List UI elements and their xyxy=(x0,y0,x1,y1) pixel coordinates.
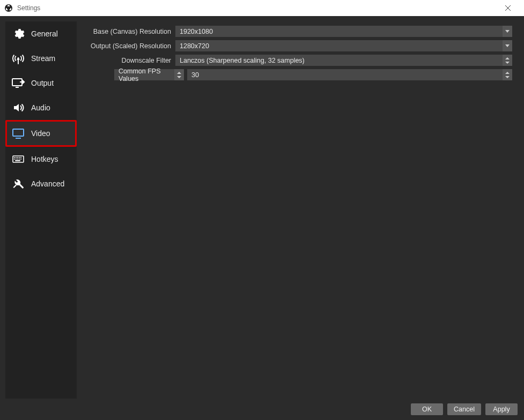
antenna-icon: A xyxy=(11,51,26,66)
base-resolution-value: 1920x1080 xyxy=(175,28,503,35)
window-close-button[interactable] xyxy=(496,0,520,16)
speaker-icon xyxy=(11,100,26,115)
apply-button[interactable]: Apply xyxy=(485,403,518,415)
sidebar-item-output[interactable]: Output xyxy=(5,71,77,95)
chevron-down-icon xyxy=(503,40,512,51)
downscale-filter-label: Downscale Filter xyxy=(81,57,172,64)
fps-mode-value: Common FPS Values xyxy=(119,68,170,82)
fps-mode-updown[interactable] xyxy=(174,69,184,80)
window-title: Settings xyxy=(17,4,496,12)
sidebar-item-label: Hotkeys xyxy=(31,155,58,163)
base-resolution-label: Base (Canvas) Resolution xyxy=(81,28,172,35)
sidebar-item-label: Output xyxy=(31,79,54,87)
fps-value-combo[interactable]: 30 xyxy=(187,69,512,80)
svg-point-4 xyxy=(7,6,10,10)
settings-window: Settings General A Stream xyxy=(0,0,524,420)
output-resolution-combo[interactable]: 1280x720 xyxy=(175,40,512,51)
monitor-icon xyxy=(11,126,26,141)
sidebar-item-label: Stream xyxy=(31,54,55,63)
fps-value: 30 xyxy=(187,71,503,79)
ok-button[interactable]: OK xyxy=(411,403,443,415)
sidebar-item-label: General xyxy=(31,29,58,38)
settings-sidebar: General A Stream Output Audio xyxy=(5,21,77,399)
sidebar-item-video[interactable]: Video xyxy=(5,120,77,147)
output-resolution-label: Output (Scaled) Resolution xyxy=(81,42,172,50)
base-resolution-combo[interactable]: 1920x1080 xyxy=(175,26,512,37)
gear-icon xyxy=(11,26,26,41)
chevron-down-icon xyxy=(503,26,512,37)
cancel-button[interactable]: Cancel xyxy=(447,403,481,415)
downscale-filter-combo[interactable]: Lanczos (Sharpened scaling, 32 samples) xyxy=(175,55,512,66)
sidebar-item-label: Audio xyxy=(31,103,50,112)
app-icon xyxy=(4,4,13,12)
sidebar-item-hotkeys[interactable]: Hotkeys xyxy=(5,147,77,171)
tools-icon xyxy=(11,176,26,191)
sidebar-item-label: Video xyxy=(31,129,50,138)
downscale-filter-row: Downscale Filter Lanczos (Sharpened scal… xyxy=(81,55,512,66)
titlebar: Settings xyxy=(0,0,524,16)
dialog-body: General A Stream Output Audio xyxy=(0,16,524,399)
sidebar-item-advanced[interactable]: Advanced xyxy=(5,171,77,196)
sidebar-item-label: Advanced xyxy=(31,179,64,188)
sidebar-item-general[interactable]: General xyxy=(5,21,77,46)
svg-rect-12 xyxy=(13,129,24,136)
video-settings-panel: Base (Canvas) Resolution 1920x1080 Outpu… xyxy=(81,21,519,399)
keyboard-icon xyxy=(11,152,26,167)
fps-row: Common FPS Values 30 xyxy=(81,69,512,80)
sidebar-item-audio[interactable]: Audio xyxy=(5,95,77,120)
downscale-filter-value: Lanczos (Sharpened scaling, 32 samples) xyxy=(175,57,503,64)
sidebar-item-stream[interactable]: A Stream xyxy=(5,46,77,71)
output-icon xyxy=(11,76,26,91)
svg-text:A: A xyxy=(17,56,20,61)
updown-icon xyxy=(503,69,512,80)
base-resolution-row: Base (Canvas) Resolution 1920x1080 xyxy=(81,26,512,37)
dialog-footer: OK Cancel Apply xyxy=(0,399,524,420)
fps-mode-combo[interactable]: Common FPS Values xyxy=(114,69,174,80)
output-resolution-row: Output (Scaled) Resolution 1280x720 xyxy=(81,40,512,51)
updown-icon xyxy=(503,55,512,66)
output-resolution-value: 1280x720 xyxy=(175,42,503,50)
